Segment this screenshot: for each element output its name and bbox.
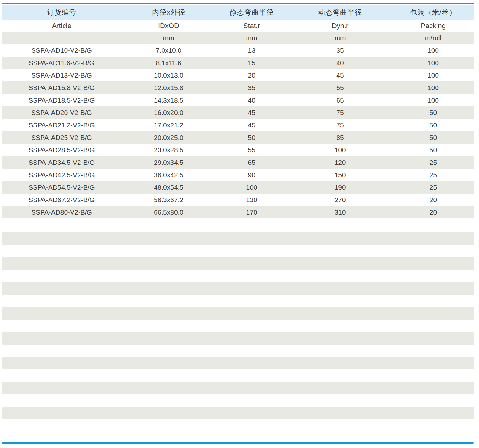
cell-dyn-r: 190	[287, 181, 393, 194]
cell-article: SSPA-AD80-V2-B/G	[2, 206, 121, 218]
cell-stat-r: 50	[216, 131, 287, 144]
cell-dyn-r: 310	[287, 206, 393, 218]
cell-article: SSPA-AD11.6-V2-B/G	[2, 57, 121, 69]
cell-article: SSPA-AD42.5-V2-B/G	[2, 169, 121, 181]
header-static-radius-en: Stat.r	[216, 20, 287, 32]
spacer	[2, 419, 474, 442]
table-row: SSPA-AD15.8-V2-B/G 12.0x15.8 35 55 100	[2, 81, 474, 94]
cell-packing: 100	[393, 57, 474, 69]
header-idxod-en: IDxOD	[121, 20, 216, 32]
cell-idxod: 10.0x13.0	[121, 69, 216, 81]
cell-packing: 100	[393, 69, 474, 81]
cell-idxod: 36.0x42.5	[121, 169, 216, 181]
cell-stat-r: 20	[216, 69, 287, 81]
cell-dyn-r: 40	[287, 57, 393, 69]
cell-idxod: 23.0x28.5	[121, 144, 216, 156]
table-row: SSPA-AD13-V2-B/G 10.0x13.0 20 45 100	[2, 69, 474, 81]
cell-idxod: 16.0x20.0	[121, 106, 216, 119]
cell-idxod: 20.0x25.0	[121, 131, 216, 144]
table-row: SSPA-AD20-V2-B/G 16.0x20.0 45 75 50	[2, 106, 474, 119]
header-dynamic-radius-en: Dyn.r	[287, 20, 393, 32]
cell-article: SSPA-AD13-V2-B/G	[2, 69, 121, 81]
cell-idxod: 56.3x67.2	[121, 194, 216, 206]
unit-idxod: mm	[121, 32, 216, 44]
cell-dyn-r: 65	[287, 94, 393, 106]
cell-packing: 20	[393, 194, 474, 206]
cell-stat-r: 13	[216, 44, 287, 57]
cell-dyn-r: 75	[287, 106, 393, 119]
header-packing-en: Packing	[393, 20, 474, 32]
empty-row	[2, 295, 474, 307]
empty-row	[2, 257, 474, 270]
cell-idxod: 14.3x18.5	[121, 94, 216, 106]
cell-packing: 50	[393, 106, 474, 119]
empty-row	[2, 282, 474, 295]
empty-row	[2, 220, 474, 232]
cell-packing: 100	[393, 94, 474, 106]
unit-static-radius: mm	[216, 32, 287, 44]
cell-packing: 50	[393, 144, 474, 156]
cell-packing: 25	[393, 156, 474, 169]
catalog-page: 订货编号 内径x外径 静态弯曲半径 动态弯曲半径 包装（米/卷） Article…	[0, 0, 479, 448]
table-row: SSPA-AD80-V2-B/G 66.5x80.0 170 310 20	[2, 206, 474, 218]
cell-stat-r: 100	[216, 181, 287, 194]
empty-row	[2, 345, 474, 357]
cell-stat-r: 45	[216, 119, 287, 131]
cell-stat-r: 15	[216, 57, 287, 69]
empty-row	[2, 270, 474, 282]
cell-article: SSPA-AD20-V2-B/G	[2, 106, 121, 119]
cell-dyn-r: 35	[287, 44, 393, 57]
cell-stat-r: 35	[216, 81, 287, 94]
cell-idxod: 8.1x11.6	[121, 57, 216, 69]
cell-article: SSPA-AD10-V2-B/G	[2, 44, 121, 57]
cell-article: SSPA-AD67.2-V2-B/G	[2, 194, 121, 206]
cell-idxod: 48.0x54.5	[121, 181, 216, 194]
empty-row	[2, 232, 474, 245]
table-row: SSPA-AD11.6-V2-B/G 8.1x11.6 15 40 100	[2, 57, 474, 69]
header-static-radius-zh: 静态弯曲半径	[216, 5, 287, 20]
table-row: SSPA-AD28.5-V2-B/G 23.0x28.5 55 100 50	[2, 144, 474, 156]
cell-dyn-r: 75	[287, 119, 393, 131]
empty-row	[2, 369, 474, 382]
empty-row	[2, 320, 474, 332]
table-row: SSPA-AD25-V2-B/G 20.0x25.0 50 85 50	[2, 131, 474, 144]
header-row-units: mm mm mm m/roll	[2, 32, 474, 44]
cell-article: SSPA-AD21.2-V2-B/G	[2, 119, 121, 131]
cell-article: SSPA-AD25-V2-B/G	[2, 131, 121, 144]
cell-packing: 100	[393, 44, 474, 57]
unit-article	[2, 32, 121, 44]
table-header: 订货编号 内径x外径 静态弯曲半径 动态弯曲半径 包装（米/卷） Article…	[2, 5, 474, 44]
table-row: SSPA-AD18.5-V2-B/G 14.3x18.5 40 65 100	[2, 94, 474, 106]
header-idxod-zh: 内径x外径	[121, 5, 216, 20]
cell-idxod: 66.5x80.0	[121, 206, 216, 218]
cell-article: SSPA-AD28.5-V2-B/G	[2, 144, 121, 156]
cell-idxod: 29.0x34.5	[121, 156, 216, 169]
cell-stat-r: 130	[216, 194, 287, 206]
empty-row	[2, 245, 474, 257]
spacer	[2, 444, 474, 448]
header-dynamic-radius-zh: 动态弯曲半径	[287, 5, 393, 20]
table-row: SSPA-AD10-V2-B/G 7.0x10.0 13 35 100	[2, 44, 474, 57]
cell-packing: 20	[393, 206, 474, 218]
unit-dynamic-radius: mm	[287, 32, 393, 44]
empty-row	[2, 382, 474, 394]
cell-packing: 25	[393, 169, 474, 181]
table-row: SSPA-AD21.2-V2-B/G 17.0x21.2 45 75 50	[2, 119, 474, 131]
empty-zebra-rows	[2, 220, 474, 419]
cell-stat-r: 65	[216, 156, 287, 169]
header-article-zh: 订货编号	[2, 5, 121, 20]
header-article-en: Article	[2, 20, 121, 32]
cell-dyn-r: 100	[287, 144, 393, 156]
table-body: SSPA-AD10-V2-B/G 7.0x10.0 13 35 100 SSPA…	[2, 44, 474, 218]
cell-dyn-r: 120	[287, 156, 393, 169]
cell-dyn-r: 45	[287, 69, 393, 81]
cell-stat-r: 45	[216, 106, 287, 119]
cell-stat-r: 90	[216, 169, 287, 181]
table-row: SSPA-AD34.5-V2-B/G 29.0x34.5 65 120 25	[2, 156, 474, 169]
cell-packing: 50	[393, 119, 474, 131]
cell-article: SSPA-AD18.5-V2-B/G	[2, 94, 121, 106]
header-packing-zh: 包装（米/卷）	[393, 5, 474, 20]
cell-dyn-r: 270	[287, 194, 393, 206]
empty-row	[2, 332, 474, 345]
table-row: SSPA-AD67.2-V2-B/G 56.3x67.2 130 270 20	[2, 194, 474, 206]
